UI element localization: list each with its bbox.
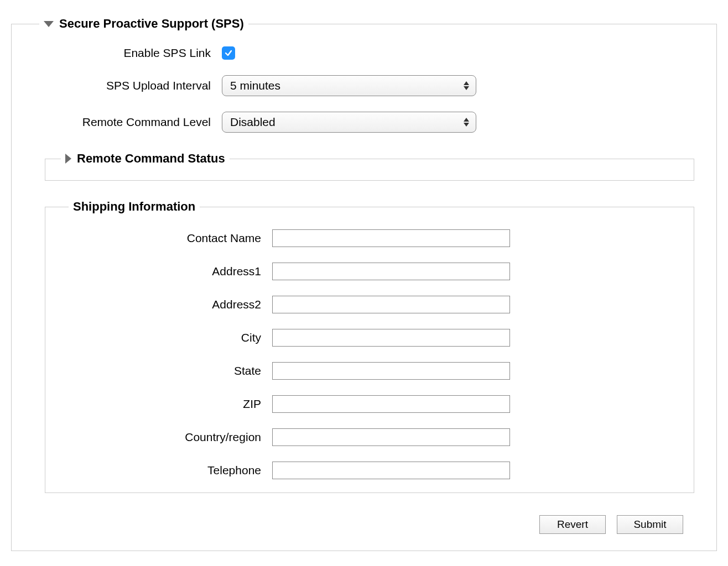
- upload-interval-label: SPS Upload Interval: [23, 79, 222, 92]
- address2-label: Address2: [56, 298, 272, 311]
- contact-name-row: Contact Name: [56, 229, 683, 247]
- contact-name-input[interactable]: [272, 229, 510, 247]
- country-input[interactable]: [272, 428, 510, 446]
- address2-row: Address2: [56, 296, 683, 313]
- state-input[interactable]: [272, 362, 510, 380]
- enable-sps-label: Enable SPS Link: [23, 46, 222, 60]
- telephone-label: Telephone: [56, 464, 272, 477]
- select-arrows-icon: [464, 118, 469, 127]
- remote-cmd-level-row: Remote Command Level Disabled: [23, 112, 705, 133]
- sps-title: Secure Proactive Support (SPS): [59, 17, 244, 31]
- country-label: Country/region: [56, 431, 272, 444]
- action-bar: Revert Submit: [23, 515, 683, 534]
- remote-cmd-level-value: Disabled: [230, 116, 275, 129]
- sps-disclosure-icon[interactable]: [44, 21, 54, 27]
- city-label: City: [56, 331, 272, 344]
- submit-button-label: Submit: [633, 518, 666, 531]
- enable-sps-row: Enable SPS Link: [23, 46, 705, 60]
- sps-panel: Secure Proactive Support (SPS) Enable SP…: [11, 17, 717, 551]
- remote-cmd-level-label: Remote Command Level: [23, 116, 222, 129]
- state-row: State: [56, 362, 683, 380]
- upload-interval-select[interactable]: 5 minutes: [222, 75, 476, 96]
- revert-button[interactable]: Revert: [539, 515, 606, 534]
- revert-button-label: Revert: [557, 518, 588, 531]
- address2-input[interactable]: [272, 296, 510, 313]
- address1-row: Address1: [56, 263, 683, 280]
- remote-cmd-status-title: Remote Command Status: [77, 151, 225, 166]
- address1-input[interactable]: [272, 263, 510, 280]
- submit-button[interactable]: Submit: [617, 515, 683, 534]
- contact-name-label: Contact Name: [56, 232, 272, 245]
- zip-row: ZIP: [56, 395, 683, 413]
- upload-interval-value: 5 minutes: [230, 79, 280, 92]
- remote-cmd-status-disclosure-icon[interactable]: [65, 154, 71, 164]
- telephone-row: Telephone: [56, 462, 683, 479]
- telephone-input[interactable]: [272, 462, 510, 479]
- enable-sps-checkbox[interactable]: [222, 46, 235, 60]
- remote-cmd-status-panel: Remote Command Status: [45, 151, 694, 181]
- checkmark-icon: [224, 49, 233, 57]
- shipping-panel: Shipping Information Contact Name Addres…: [45, 200, 694, 493]
- address1-label: Address1: [56, 265, 272, 278]
- shipping-title: Shipping Information: [73, 200, 195, 213]
- zip-input[interactable]: [272, 395, 510, 413]
- upload-interval-row: SPS Upload Interval 5 minutes: [23, 75, 705, 96]
- state-label: State: [56, 364, 272, 378]
- zip-label: ZIP: [56, 397, 272, 411]
- country-row: Country/region: [56, 428, 683, 446]
- remote-cmd-level-select[interactable]: Disabled: [222, 112, 476, 133]
- select-arrows-icon: [464, 81, 469, 90]
- city-input[interactable]: [272, 329, 510, 347]
- city-row: City: [56, 329, 683, 347]
